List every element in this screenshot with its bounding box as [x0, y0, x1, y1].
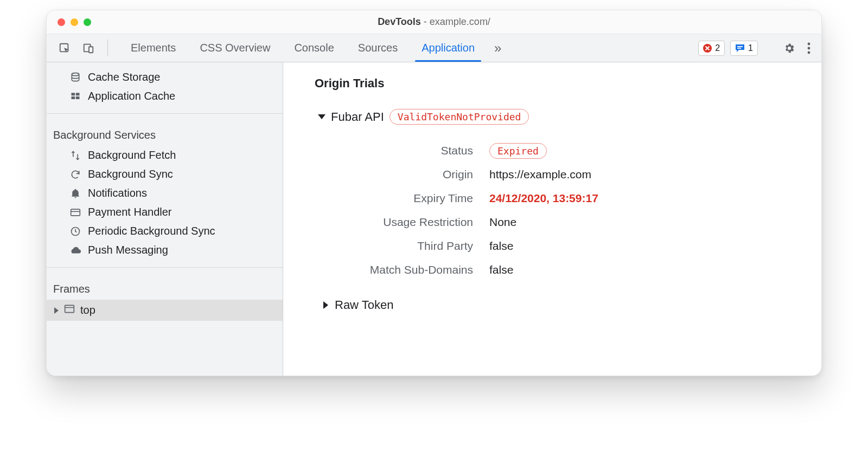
tab-sources[interactable]: Sources [347, 34, 409, 62]
issues-count: 1 [748, 43, 753, 53]
svg-rect-13 [71, 209, 80, 216]
field-value-match-subdomains: false [489, 263, 513, 276]
svg-rect-9 [72, 93, 75, 95]
devtools-toolbar: Elements CSS Overview Console Sources Ap… [47, 34, 821, 62]
window-zoom-button[interactable] [84, 18, 91, 26]
origin-trial-name: Fubar API [331, 110, 384, 124]
window-minimize-button[interactable] [71, 18, 78, 26]
application-sidebar: Cache Storage Application Cache Backgrou… [47, 62, 283, 376]
sidebar-divider [47, 113, 283, 114]
tab-css-overview[interactable]: CSS Overview [189, 34, 281, 62]
window-title: DevTools - example.com/ [47, 16, 821, 28]
trial-status-pill: ValidTokenNotProvided [390, 109, 529, 125]
sidebar-section-frames[interactable]: Frames [47, 275, 283, 300]
window-controls [47, 18, 91, 26]
credit-card-icon [69, 207, 81, 218]
sidebar-section-background-services[interactable]: Background Services [47, 121, 283, 146]
window-close-button[interactable] [58, 18, 65, 26]
tab-console[interactable]: Console [283, 34, 344, 62]
sidebar-item-label: Background Fetch [88, 149, 176, 161]
window-title-url: example.com/ [430, 16, 490, 27]
field-label-match-subdomains: Match Sub-Domains [343, 263, 489, 276]
svg-rect-11 [72, 96, 75, 99]
sidebar-item-background-fetch[interactable]: Background Fetch [47, 146, 283, 165]
sidebar-item-label: Push Messaging [88, 244, 168, 256]
svg-point-6 [808, 47, 810, 49]
field-value-origin: https://example.com [489, 168, 591, 181]
issues-count-badge[interactable]: 1 [730, 41, 758, 56]
sidebar-item-frame-top[interactable]: top [47, 300, 283, 321]
frame-name: top [80, 304, 95, 316]
svg-point-8 [72, 73, 79, 75]
tab-application[interactable]: Application [411, 34, 486, 62]
svg-rect-0 [60, 43, 68, 51]
raw-token-label: Raw Token [335, 298, 393, 312]
collapse-icon [318, 114, 326, 119]
devtools-window: DevTools - example.com/ Elements CSS Ove… [46, 10, 822, 376]
cloud-icon [69, 245, 81, 256]
toolbar-separator [107, 40, 108, 56]
svg-point-7 [808, 51, 810, 54]
bell-icon [69, 188, 81, 199]
sync-icon [69, 169, 81, 180]
sidebar-item-label: Periodic Background Sync [88, 225, 215, 237]
tab-elements[interactable]: Elements [120, 34, 187, 62]
sidebar-item-label: Notifications [88, 187, 147, 199]
inspect-element-icon[interactable] [54, 34, 75, 62]
field-value-expiry: 24/12/2020, 13:59:17 [489, 192, 598, 205]
panel-body: Cache Storage Application Cache Backgrou… [47, 62, 821, 376]
origin-trial-details: Status Expired Origin https://example.co… [343, 139, 800, 282]
settings-icon[interactable] [780, 42, 799, 54]
more-menu-icon[interactable] [804, 42, 814, 54]
sidebar-item-push-messaging[interactable]: Push Messaging [47, 241, 283, 260]
window-frame-icon [64, 304, 75, 316]
sidebar-item-label: Background Sync [88, 168, 173, 180]
origin-trial-row[interactable]: Fubar API ValidTokenNotProvided [318, 109, 800, 125]
devtools-tabs: Elements CSS Overview Console Sources Ap… [120, 34, 508, 62]
sidebar-item-periodic-sync[interactable]: Periodic Background Sync [47, 222, 283, 241]
sidebar-item-label: Application Cache [88, 90, 175, 102]
sidebar-item-background-sync[interactable]: Background Sync [47, 165, 283, 184]
database-icon [69, 72, 81, 83]
expand-icon [323, 301, 328, 309]
title-bar: DevTools - example.com/ [47, 10, 821, 34]
field-label-status: Status [343, 144, 489, 157]
svg-rect-10 [76, 93, 80, 95]
error-count-badge[interactable]: 2 [698, 41, 725, 56]
window-title-app: DevTools [378, 16, 421, 27]
svg-rect-4 [737, 48, 741, 49]
tabs-overflow-icon[interactable]: » [488, 34, 508, 62]
sidebar-item-cache-storage[interactable]: Cache Storage [47, 68, 283, 87]
section-heading-origin-trials: Origin Trials [315, 76, 800, 90]
fetch-icon [69, 150, 81, 161]
svg-rect-16 [65, 305, 74, 312]
sidebar-item-application-cache[interactable]: Application Cache [47, 87, 283, 106]
svg-rect-3 [737, 46, 743, 47]
field-label-origin: Origin [343, 168, 489, 181]
clock-icon [69, 226, 81, 237]
field-value-third-party: false [489, 240, 513, 253]
svg-rect-2 [89, 47, 93, 53]
sidebar-divider [47, 267, 283, 268]
sidebar-item-label: Cache Storage [88, 71, 160, 83]
sidebar-item-payment-handler[interactable]: Payment Handler [47, 203, 283, 222]
field-label-third-party: Third Party [343, 240, 489, 253]
error-count: 2 [715, 43, 720, 53]
field-label-expiry: Expiry Time [343, 192, 489, 205]
field-label-usage-restriction: Usage Restriction [343, 216, 489, 229]
error-icon [703, 44, 712, 53]
issues-icon [735, 44, 745, 53]
expand-icon [54, 307, 59, 314]
svg-point-5 [808, 42, 810, 45]
raw-token-toggle[interactable]: Raw Token [323, 298, 800, 312]
sidebar-item-label: Payment Handler [88, 206, 172, 218]
frame-detail-content: Origin Trials Fubar API ValidTokenNotPro… [283, 62, 821, 376]
sidebar-item-notifications[interactable]: Notifications [47, 184, 283, 203]
status-pill-expired: Expired [489, 143, 547, 159]
device-toolbar-icon[interactable] [78, 34, 99, 62]
svg-rect-12 [76, 96, 80, 99]
grid-icon [69, 91, 81, 102]
field-value-usage-restriction: None [489, 216, 516, 229]
